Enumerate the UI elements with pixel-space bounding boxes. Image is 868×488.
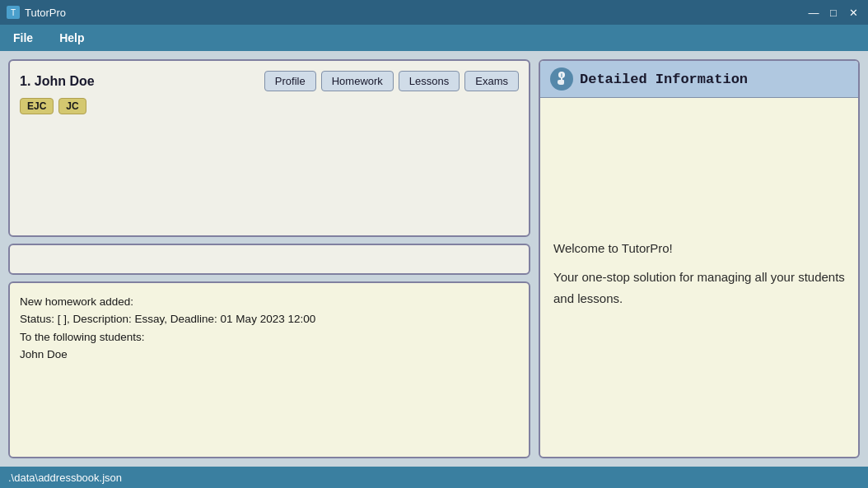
minimize-button[interactable]: — xyxy=(805,4,822,21)
detail-panel: i Detailed Information Welcome to TutorP… xyxy=(539,59,860,458)
detail-icon: i xyxy=(550,67,573,91)
tag-ejc: EJC xyxy=(20,98,54,114)
message-line3: To the following students: xyxy=(20,328,519,346)
menu-file[interactable]: File xyxy=(7,28,40,48)
student-name: 1. John Doe xyxy=(20,74,95,89)
detail-welcome-text: Welcome to TutorPro! Your one-stop solut… xyxy=(553,238,845,318)
detail-body: Welcome to TutorPro! Your one-stop solut… xyxy=(540,98,858,457)
maximize-button[interactable]: □ xyxy=(825,4,842,21)
close-button[interactable]: ✕ xyxy=(845,4,861,21)
exams-button[interactable]: Exams xyxy=(464,71,519,91)
info-hand-icon: i xyxy=(553,70,571,88)
message-line4: John Doe xyxy=(20,346,519,364)
detail-panel-title: Detailed Information xyxy=(580,72,748,87)
message-line1: New homework added: xyxy=(20,293,519,311)
student-header: 1. John Doe Profile Homework Lessons Exa… xyxy=(20,71,519,91)
detail-header: i Detailed Information xyxy=(540,61,858,98)
main-content: 1. John Doe Profile Homework Lessons Exa… xyxy=(0,51,868,467)
app-title: TutorPro xyxy=(25,7,66,19)
message-panel: New homework added: Status: [ ], Descrip… xyxy=(8,281,530,459)
status-bar: .\data\addressbook.json xyxy=(0,467,868,488)
command-input[interactable] xyxy=(16,249,522,270)
menu-help[interactable]: Help xyxy=(53,28,91,48)
message-line2: Status: [ ], Description: Essay, Deadlin… xyxy=(20,310,519,328)
status-text: .\data\addressbook.json xyxy=(8,472,122,484)
homework-button[interactable]: Homework xyxy=(321,71,394,91)
left-panel: 1. John Doe Profile Homework Lessons Exa… xyxy=(8,59,530,458)
lessons-button[interactable]: Lessons xyxy=(399,71,460,91)
app-icon: T xyxy=(7,6,20,19)
student-action-buttons: Profile Homework Lessons Exams xyxy=(264,71,519,91)
profile-button[interactable]: Profile xyxy=(264,71,316,91)
tag-jc: JC xyxy=(58,98,86,114)
student-card: 1. John Doe Profile Homework Lessons Exa… xyxy=(8,59,530,237)
welcome-title: Welcome to TutorPro! xyxy=(553,238,845,259)
right-panel: i Detailed Information Welcome to TutorP… xyxy=(539,59,860,458)
title-bar-left: T TutorPro xyxy=(7,6,66,19)
menu-bar: File Help xyxy=(0,25,868,51)
tag-row: EJC JC xyxy=(20,98,519,114)
title-bar-controls: — □ ✕ xyxy=(805,4,861,21)
input-bar[interactable] xyxy=(8,244,530,275)
welcome-body: Your one-stop solution for managing all … xyxy=(553,267,845,309)
title-bar: T TutorPro — □ ✕ xyxy=(0,0,868,25)
